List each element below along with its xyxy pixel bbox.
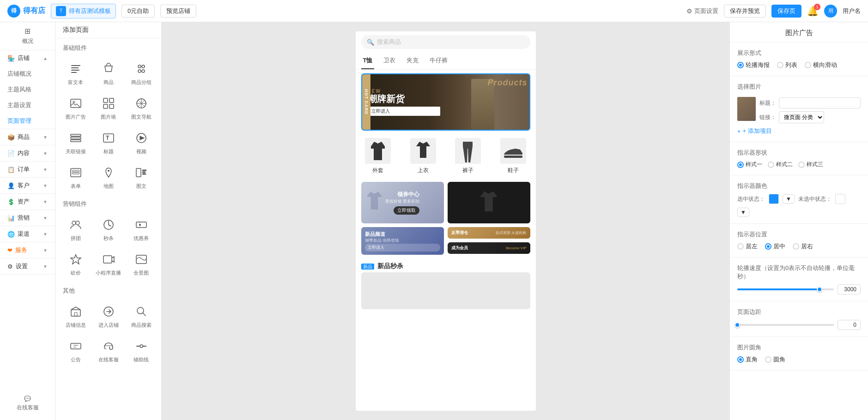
palette-item-title[interactable]: T 标题 xyxy=(92,125,125,160)
radio-right[interactable]: 居右 xyxy=(793,242,813,251)
service-group-header[interactable]: ❤ 服务 ▼ xyxy=(0,242,55,258)
radio-round-corner[interactable]: 圆角 xyxy=(765,355,785,364)
cat-shoes-img xyxy=(500,138,526,164)
banner-cta-btn[interactable]: 立即进入 xyxy=(368,107,440,116)
page-margin-slider[interactable] xyxy=(737,324,834,326)
coupon-btn[interactable]: 立即领取 xyxy=(394,206,419,215)
palette-item-image-text[interactable]: 图文 xyxy=(125,160,158,194)
banner-main-text: 潮牌新货 xyxy=(368,94,440,104)
palette-item-online-service[interactable]: 在线客服 xyxy=(92,333,125,368)
page-margin-value[interactable]: 0 xyxy=(838,320,861,330)
orders-group-header[interactable]: 📋 订单 ▼ xyxy=(0,162,55,177)
notification-icon[interactable]: 🔔 1 xyxy=(807,6,819,17)
selected-color-dropdown[interactable]: ▼ xyxy=(783,194,795,204)
radio-sharp-corner[interactable]: 直角 xyxy=(737,355,758,364)
svg-point-9 xyxy=(73,101,75,103)
palette-item-rich-text[interactable]: 富文本 xyxy=(59,56,92,90)
palette-item-enter-store[interactable]: 进入店铺 xyxy=(92,299,125,333)
palette-item-announcement[interactable]: 公告 xyxy=(59,333,92,368)
palette-item-store-info[interactable]: 店铺信息 xyxy=(59,299,92,333)
sidebar-item-theme-style[interactable]: 主题风格 xyxy=(0,82,55,97)
palette-item-form[interactable]: 表单 xyxy=(59,160,92,194)
style-option-3[interactable]: 样式三 xyxy=(798,161,823,168)
free-btn[interactable]: 0元自助 xyxy=(121,5,155,18)
sub-banner-new-btn[interactable]: 立即进入 xyxy=(365,244,440,252)
cat-jacket-img xyxy=(365,138,391,164)
style-option-2[interactable]: 样式二 xyxy=(768,161,793,168)
cat-item-shoes[interactable]: 鞋子 xyxy=(491,134,536,178)
phone-search-bar[interactable]: 🔍 搜索商品 xyxy=(361,35,530,49)
products-group-header[interactable]: 📦 商品 ▼ xyxy=(0,129,55,145)
sub-banner-sale[interactable]: 反季清仓 款式有限 火速抢购 xyxy=(448,227,530,239)
store-group-header[interactable]: 🏪 店铺 ▲ xyxy=(0,50,55,66)
palette-item-group-buy[interactable]: 拼团 xyxy=(59,212,92,246)
coupon-card[interactable]: 领券中心 更低价格 更多折扣 立即领取 xyxy=(361,182,444,223)
style-option-1[interactable]: 样式一 xyxy=(737,161,762,168)
sidebar-item-overview[interactable]: ⊞ 概况 xyxy=(0,22,55,50)
palette-item-video[interactable]: 视频 xyxy=(125,125,158,160)
unselected-color-swatch[interactable] xyxy=(835,194,845,204)
avatar[interactable]: 用 xyxy=(824,5,837,18)
cat-item-jacket[interactable]: 外套 xyxy=(356,134,401,178)
radio-horizontal-scroll[interactable]: 横向滑动 xyxy=(805,61,837,69)
sidebar-item-page-management[interactable]: 页面管理 xyxy=(0,113,55,129)
palette-item-coupon[interactable]: 优惠券 xyxy=(125,212,158,246)
flash-product-item[interactable] xyxy=(361,272,530,309)
rotation-speed-value[interactable]: 3000 xyxy=(838,284,861,294)
palette-item-product-search[interactable]: 商品搜索 xyxy=(125,299,158,333)
customers-group-header[interactable]: 👤 客户 ▼ xyxy=(0,178,55,193)
sidebar-item-live-support[interactable]: 💬 在线客服 xyxy=(0,391,55,416)
settings-group-header[interactable]: ⚙ 设置 ▼ xyxy=(0,258,55,274)
cat-tab-tshirt[interactable]: T恤 xyxy=(361,53,375,69)
radio-list[interactable]: 列表 xyxy=(777,61,797,69)
cat-tab-hoodie[interactable]: 卫衣 xyxy=(382,53,397,69)
palette-item-map[interactable]: 地图 xyxy=(92,160,125,194)
add-project-btn[interactable]: + + 添加项目 xyxy=(737,127,861,135)
cat-item-top[interactable]: 上衣 xyxy=(401,134,446,178)
assets-group-header[interactable]: 💲 资产 ▼ xyxy=(0,194,55,210)
service-label: 服务 xyxy=(15,246,27,254)
sub-banner-new[interactable]: 新品频道 潮季新品 强势登陆 立即进入 xyxy=(361,227,444,255)
palette-item-product-category[interactable]: 商品分组 xyxy=(125,56,158,90)
link-field-select[interactable]: 微页面 分类 xyxy=(779,111,824,123)
page-settings-btn[interactable]: ⚙ 页面设置 xyxy=(686,7,718,15)
palette-item-image-ad[interactable]: 图片广告 xyxy=(59,90,92,125)
cat-tab-jeans[interactable]: 牛仔裤 xyxy=(428,53,449,69)
title-field-input[interactable] xyxy=(779,97,861,108)
sub-banner-vip[interactable]: 成为会员 Become VIP xyxy=(448,242,530,254)
form-icon xyxy=(67,164,84,181)
rotation-speed-slider[interactable] xyxy=(737,288,834,290)
preview-btn[interactable]: 预览店铺 xyxy=(160,5,196,18)
palette-item-link[interactable]: 关联链接 xyxy=(59,125,92,160)
sidebar-item-store-overview[interactable]: 店铺概况 xyxy=(0,66,55,82)
palette-item-product[interactable]: 商品 xyxy=(92,56,125,90)
svg-rect-16 xyxy=(71,137,81,139)
content-group-header[interactable]: 📄 内容 ▼ xyxy=(0,145,55,161)
radio-carousel[interactable]: 轮播海报 xyxy=(737,61,770,69)
svg-rect-29 xyxy=(142,174,146,174)
template-badge[interactable]: T 得有店测试模板 xyxy=(51,4,116,18)
marketing-group-header[interactable]: 📊 营销 ▼ xyxy=(0,210,55,226)
palette-item-helper-line[interactable]: 辅助线 xyxy=(125,333,158,368)
radio-center[interactable]: 居中 xyxy=(765,242,785,251)
cat-tab-jacket[interactable]: 夹克 xyxy=(405,53,420,69)
palette-item-group-price[interactable]: 砍价 xyxy=(59,246,92,281)
palette-item-panorama[interactable]: 全景图 xyxy=(125,246,158,281)
radio-left[interactable]: 居左 xyxy=(737,242,758,251)
sidebar-item-theme-settings[interactable]: 主题设置 xyxy=(0,97,55,113)
channels-group-header[interactable]: 🌐 渠道 ▼ xyxy=(0,226,55,242)
palette-item-image-nav[interactable]: 图文导航 xyxy=(125,90,158,125)
save-preview-btn[interactable]: 保存并预览 xyxy=(724,5,766,18)
cat-item-pants[interactable]: 裤子 xyxy=(446,134,491,178)
dark-shirt-card[interactable] xyxy=(448,182,530,223)
save-btn[interactable]: 保存页 xyxy=(771,5,801,18)
selected-color-swatch[interactable] xyxy=(769,194,779,204)
style-3-label: 样式三 xyxy=(807,161,823,168)
banner-area[interactable]: ✕ NEW 潮牌新货 立即进入 Products H xyxy=(361,73,530,131)
palette-item-flash-sale[interactable]: 秒杀 xyxy=(92,212,125,246)
palette-item-mini-live[interactable]: 小程序直播 xyxy=(92,246,125,281)
logo[interactable]: 得 得有店 xyxy=(7,5,45,18)
palette-item-image-wall[interactable]: 图片墙 xyxy=(92,90,125,125)
unselected-color-dropdown[interactable]: ▼ xyxy=(737,208,749,217)
image-thumbnail[interactable] xyxy=(737,97,756,121)
